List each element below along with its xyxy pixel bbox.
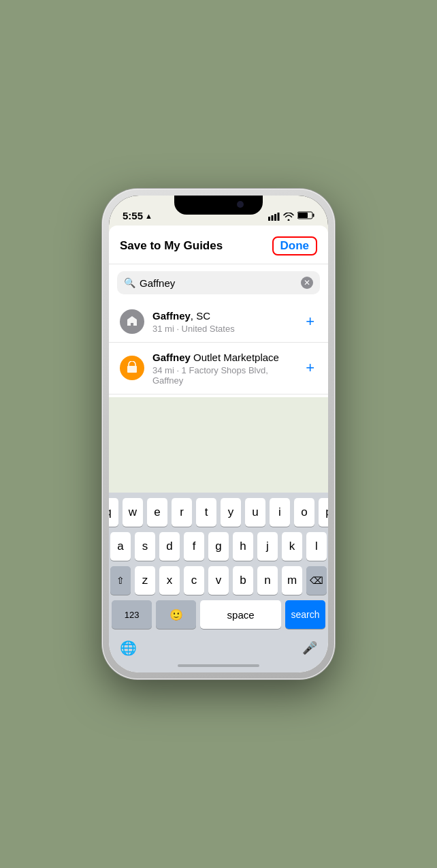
add-button-2[interactable]: + <box>303 359 317 377</box>
key-l[interactable]: l <box>306 532 327 561</box>
svg-rect-3 <box>278 213 280 221</box>
key-z[interactable]: z <box>135 566 155 595</box>
key-space[interactable]: space <box>200 600 280 629</box>
key-c[interactable]: c <box>184 566 204 595</box>
key-v[interactable]: v <box>208 566 229 595</box>
search-container: 🔍 ✕ <box>109 264 328 301</box>
result-item-1[interactable]: Gaffney, SC 31 mi · United States + <box>109 301 328 343</box>
search-icon: 🔍 <box>124 277 135 288</box>
add-button-1[interactable]: + <box>303 313 317 330</box>
search-input[interactable] <box>140 277 297 289</box>
done-button[interactable]: Done <box>272 236 318 255</box>
key-numbers[interactable]: 123 <box>112 600 152 629</box>
key-s[interactable]: s <box>135 532 155 561</box>
key-y[interactable]: y <box>221 498 241 527</box>
home-indicator-bar <box>109 662 328 672</box>
key-shift[interactable]: ⇧ <box>110 566 131 595</box>
notch <box>174 196 263 215</box>
map-background-area <box>109 397 328 493</box>
home-bar <box>178 664 259 667</box>
svg-rect-6 <box>298 213 308 218</box>
svg-rect-2 <box>274 214 276 221</box>
key-m[interactable]: m <box>282 566 302 595</box>
wifi-icon <box>283 213 294 221</box>
key-n[interactable]: n <box>257 566 278 595</box>
key-j[interactable]: j <box>257 532 278 561</box>
result-text-2: Gaffney Outlet Marketplace 34 mi · 1 Fac… <box>152 351 295 386</box>
svg-rect-0 <box>268 217 270 221</box>
result-name-1: Gaffney, SC <box>152 309 295 323</box>
result-sub-2: 34 mi · 1 Factory Shops Blvd, Gaffney <box>152 365 295 386</box>
key-w[interactable]: w <box>123 498 143 527</box>
status-icons <box>268 211 314 221</box>
key-t[interactable]: t <box>196 498 216 527</box>
svg-rect-5 <box>313 214 314 217</box>
result-item-2[interactable]: Gaffney Outlet Marketplace 34 mi · 1 Fac… <box>109 343 328 394</box>
clear-button[interactable]: ✕ <box>301 277 313 289</box>
camera-dot <box>237 201 244 208</box>
phone-frame: 5:55 ▲ <box>102 189 335 679</box>
signal-icon <box>268 213 280 221</box>
battery-icon <box>297 211 314 221</box>
modal-sheet: Save to My Guides Done 🔍 ✕ <box>109 226 328 672</box>
microphone-icon[interactable]: 🎤 <box>302 640 317 655</box>
globe-icon[interactable]: 🌐 <box>120 640 137 656</box>
key-b[interactable]: b <box>233 566 253 595</box>
key-e[interactable]: e <box>147 498 167 527</box>
key-g[interactable]: g <box>208 532 229 561</box>
key-u[interactable]: u <box>245 498 265 527</box>
key-r[interactable]: r <box>172 498 192 527</box>
modal-header: Save to My Guides Done <box>109 226 328 264</box>
results-list: Gaffney, SC 31 mi · United States + <box>109 301 328 397</box>
key-x[interactable]: x <box>159 566 180 595</box>
phone-screen: 5:55 ▲ <box>109 196 328 672</box>
keyboard: q w e r t y u i o p a s <box>109 493 328 637</box>
status-time: 5:55 <box>123 210 143 221</box>
svg-rect-1 <box>272 215 274 221</box>
svg-rect-7 <box>131 323 133 326</box>
result-sub-1: 31 mi · United States <box>152 324 295 334</box>
key-p[interactable]: p <box>319 498 328 527</box>
result-name-2: Gaffney Outlet Marketplace <box>152 351 295 365</box>
key-a[interactable]: a <box>110 532 131 561</box>
keyboard-row-3: ⇧ z x c v b n m ⌫ <box>112 566 325 595</box>
key-search[interactable]: search <box>285 600 325 629</box>
search-bar: 🔍 ✕ <box>117 271 320 294</box>
key-o[interactable]: o <box>294 498 314 527</box>
modal-title: Save to My Guides <box>120 239 223 253</box>
key-f[interactable]: f <box>184 532 204 561</box>
keyboard-row-2: a s d f g h j k l <box>112 532 325 561</box>
key-d[interactable]: d <box>159 532 180 561</box>
svg-rect-8 <box>127 366 137 373</box>
result-icon-1 <box>120 309 144 334</box>
result-icon-2 <box>120 356 144 380</box>
location-icon: ▲ <box>145 212 152 220</box>
key-h[interactable]: h <box>233 532 253 561</box>
keyboard-row-4: 123 🙂 space search <box>112 600 325 629</box>
keyboard-bottom-bar: 🌐 🎤 <box>109 637 328 662</box>
key-k[interactable]: k <box>282 532 302 561</box>
key-emoji[interactable]: 🙂 <box>156 600 196 629</box>
screen: 5:55 ▲ <box>109 196 328 672</box>
keyboard-row-1: q w e r t y u i o p <box>112 498 325 527</box>
key-i[interactable]: i <box>270 498 290 527</box>
key-q[interactable]: q <box>109 498 118 527</box>
result-text-1: Gaffney, SC 31 mi · United States <box>152 309 295 334</box>
key-delete[interactable]: ⌫ <box>306 566 327 595</box>
